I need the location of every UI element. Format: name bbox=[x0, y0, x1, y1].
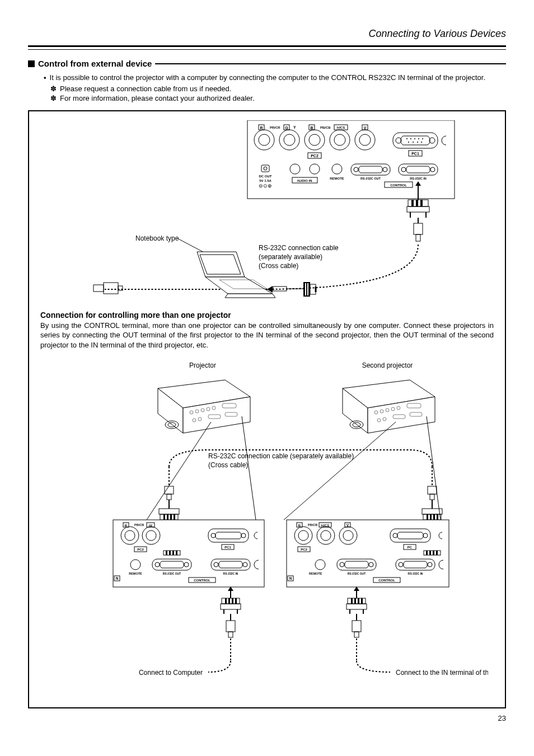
svg-text:PB/CB: PB/CB bbox=[308, 523, 317, 527]
svg-text:(Cross cable): (Cross cable) bbox=[259, 262, 298, 270]
svg-rect-74 bbox=[104, 283, 118, 294]
svg-text:PC1: PC1 bbox=[411, 152, 419, 156]
svg-rect-126 bbox=[159, 509, 179, 514]
svg-text:B: B bbox=[310, 126, 313, 130]
svg-point-46 bbox=[310, 164, 320, 174]
svg-rect-134 bbox=[428, 486, 437, 494]
sub-bullet-text: For more information, please contact you… bbox=[60, 93, 255, 104]
svg-point-56 bbox=[401, 167, 406, 172]
svg-rect-131 bbox=[174, 514, 175, 520]
svg-point-17 bbox=[418, 138, 419, 139]
svg-point-4 bbox=[284, 134, 295, 145]
svg-text:Projector: Projector bbox=[189, 361, 216, 369]
svg-text:RS-232C OUT: RS-232C OUT bbox=[163, 572, 181, 575]
svg-text:PB/CB: PB/CB bbox=[134, 523, 144, 527]
svg-rect-241 bbox=[361, 598, 363, 604]
svg-point-10 bbox=[359, 134, 371, 145]
svg-point-9 bbox=[355, 130, 375, 150]
svg-text:N: N bbox=[289, 576, 292, 580]
svg-text:N: N bbox=[116, 576, 119, 580]
svg-rect-81 bbox=[303, 282, 310, 297]
svg-rect-0 bbox=[247, 120, 455, 199]
svg-rect-224 bbox=[225, 598, 227, 604]
svg-point-6 bbox=[309, 134, 320, 145]
svg-rect-83 bbox=[307, 283, 308, 295]
svg-rect-124 bbox=[167, 494, 171, 500]
svg-rect-218 bbox=[429, 551, 431, 555]
svg-rect-220 bbox=[436, 551, 438, 555]
svg-text:V: V bbox=[364, 126, 367, 130]
square-bullet-icon bbox=[28, 60, 35, 67]
svg-rect-223 bbox=[222, 598, 240, 604]
svg-text:5V    1.5A: 5V 1.5A bbox=[259, 179, 271, 182]
subsection-text: By using the CONTROL terminal, more than… bbox=[40, 321, 494, 350]
svg-rect-141 bbox=[433, 514, 435, 520]
svg-rect-127 bbox=[160, 514, 178, 520]
svg-rect-247 bbox=[354, 632, 359, 637]
svg-point-1 bbox=[254, 130, 274, 150]
section-heading-row: Control from external device bbox=[28, 59, 506, 68]
svg-rect-226 bbox=[232, 598, 233, 604]
section-heading: Control from external device bbox=[38, 59, 152, 68]
header-section-title: Connecting to Various Devices bbox=[28, 28, 506, 43]
svg-text:R: R bbox=[260, 126, 263, 130]
svg-rect-145 bbox=[113, 520, 264, 587]
svg-text:CONTROL: CONTROL bbox=[378, 579, 395, 582]
svg-text:PC2: PC2 bbox=[137, 548, 144, 551]
svg-rect-51 bbox=[351, 164, 390, 175]
svg-rect-225 bbox=[228, 598, 230, 604]
svg-text:⊖⊙⊕: ⊖⊙⊕ bbox=[259, 183, 272, 189]
svg-point-3 bbox=[279, 130, 299, 150]
svg-text:CONTROL: CONTROL bbox=[194, 579, 210, 582]
svg-text:AUDIO IN: AUDIO IN bbox=[297, 179, 312, 182]
bottom-diagram: Projector Second projector bbox=[40, 358, 488, 693]
svg-text:V: V bbox=[346, 523, 349, 527]
svg-rect-217 bbox=[426, 551, 428, 555]
svg-text:Notebook type: Notebook type bbox=[135, 234, 179, 242]
cross-icon: ✽ bbox=[50, 93, 57, 104]
svg-point-21 bbox=[417, 142, 418, 143]
svg-rect-179 bbox=[172, 551, 174, 555]
svg-text:Connect to Computer: Connect to Computer bbox=[139, 669, 203, 677]
svg-text:Second projector: Second projector bbox=[362, 361, 413, 369]
svg-text:Y: Y bbox=[293, 125, 296, 129]
svg-line-115 bbox=[147, 422, 211, 520]
svg-text:PR/CR: PR/CR bbox=[270, 126, 280, 129]
bullet-text: It is possible to control the projector … bbox=[50, 73, 485, 83]
svg-point-15 bbox=[410, 138, 411, 139]
svg-rect-219 bbox=[433, 551, 434, 555]
svg-rect-142 bbox=[437, 514, 438, 520]
svg-rect-178 bbox=[169, 551, 171, 555]
svg-text:RS-232C connection cable: RS-232C connection cable bbox=[259, 244, 339, 252]
svg-text:REMOTE: REMOTE bbox=[309, 572, 322, 575]
svg-rect-232 bbox=[226, 621, 235, 632]
svg-text:PC1: PC1 bbox=[224, 546, 231, 549]
svg-point-14 bbox=[406, 138, 407, 139]
page-number: 23 bbox=[28, 714, 506, 722]
svg-point-53 bbox=[383, 167, 387, 172]
svg-rect-180 bbox=[176, 551, 177, 555]
svg-text:DC OUT: DC OUT bbox=[259, 175, 272, 178]
svg-text:RS-232C connection cable (sepa: RS-232C connection cable (separately ava… bbox=[208, 452, 354, 460]
diagram-box: R PR/CR G Y B PB/CB H/CS V PC2 bbox=[28, 110, 506, 709]
svg-rect-73 bbox=[93, 285, 104, 292]
svg-line-118 bbox=[427, 416, 441, 520]
svg-text:PC2: PC2 bbox=[301, 548, 307, 551]
svg-text:B: B bbox=[125, 524, 128, 527]
svg-point-2 bbox=[259, 134, 270, 145]
svg-text:PB/CB: PB/CB bbox=[320, 126, 331, 129]
svg-text:H/: H/ bbox=[149, 524, 152, 527]
svg-rect-130 bbox=[170, 514, 172, 520]
svg-rect-70 bbox=[414, 223, 423, 234]
svg-point-8 bbox=[334, 134, 345, 145]
svg-rect-11 bbox=[393, 133, 438, 148]
svg-text:H/CS: H/CS bbox=[337, 126, 345, 129]
svg-point-20 bbox=[413, 142, 414, 143]
svg-rect-227 bbox=[235, 598, 237, 604]
svg-text:RS-232C OUT: RS-232C OUT bbox=[348, 572, 366, 575]
svg-text:CONTROL: CONTROL bbox=[390, 184, 407, 187]
svg-text:Connect to the IN terminal of : Connect to the IN terminal of third proj… bbox=[396, 669, 488, 677]
svg-rect-177 bbox=[166, 551, 167, 555]
svg-point-41 bbox=[264, 167, 267, 170]
svg-rect-246 bbox=[352, 621, 361, 632]
